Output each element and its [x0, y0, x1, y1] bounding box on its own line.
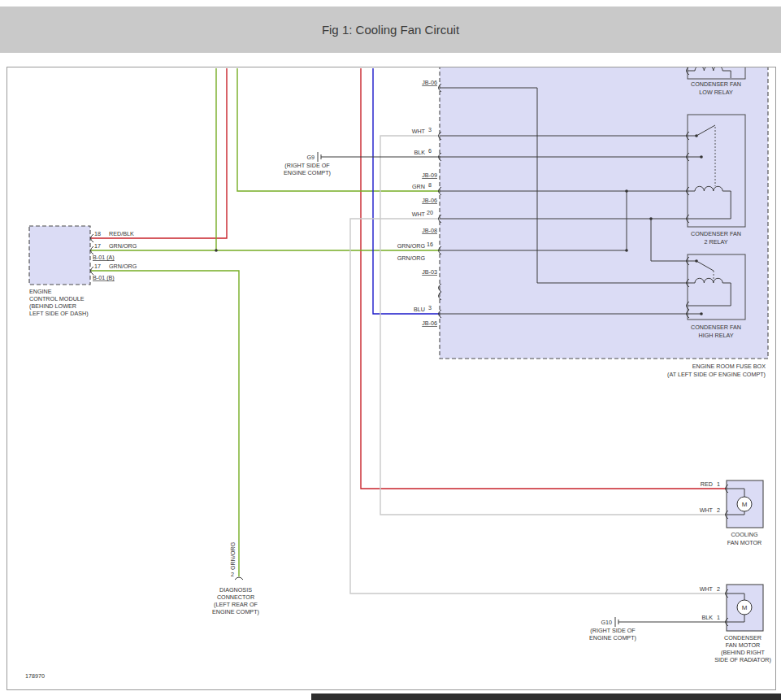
diagnosis-connector: GRN/ORG 2 DIAGNOSIS CONNECTOR (LEFT REAR… — [212, 541, 259, 615]
cooling-fan-motor: M RED 1 WHT 2 COOLING FAN MOTOR — [700, 480, 763, 546]
jb09-link[interactable]: JB-09 — [422, 172, 437, 179]
g10-loc-2: ENGINE COMPT) — [589, 634, 636, 641]
jb06-blu-link[interactable]: JB-06 — [422, 320, 437, 327]
diagnosis-label-1: DIAGNOSIS — [219, 586, 252, 593]
cooling-fan-pin2-num: 2 — [717, 507, 720, 514]
relay-low-label-2: LOW RELAY — [699, 89, 733, 96]
ground-g10: G10 (RIGHT SIDE OF ENGINE COMPT) — [589, 617, 636, 641]
relay-low-label-1: CONDENSER FAN — [691, 80, 741, 88]
grn8-color: GRN — [412, 183, 425, 190]
figure-header: Fig 1: Cooling Fan Circuit — [0, 7, 781, 53]
wht20-pin: 20 — [427, 209, 433, 216]
diagram-canvas: ENGINE ROOM FUSE BOX (AT LEFT SIDE OF EN… — [7, 67, 776, 690]
diagnosis-wire-color: GRN/ORG — [229, 541, 236, 570]
ecm-module: 18 RED/BLK 17 GRN/ORG B-01 (A) 17 GRN/OR… — [29, 226, 137, 317]
ecm-outline — [29, 226, 90, 285]
condenser-fan-motor: M WHT 2 BLK 1 CONDENSER FAN MOTOR (BEHIN… — [700, 585, 771, 663]
grnorg16-pin: 16 — [427, 241, 433, 248]
ecm-pin17a-color: GRN/ORG — [109, 242, 137, 250]
diagnosis-label-4: ENGINE COMPT) — [212, 608, 259, 615]
ground-g9: G9 (RIGHT SIDE OF ENGINE COMPT) — [284, 152, 331, 176]
wiring-diagram: ENGINE ROOM FUSE BOX (AT LEFT SIDE OF EN… — [7, 67, 775, 689]
relay-2-contact2-dot — [700, 155, 703, 159]
ecm-label-4: LEFT SIDE OF DASH) — [29, 310, 89, 317]
cooling-fan-pin2-color: WHT — [700, 507, 714, 514]
g9-loc-1: (RIGHT SIDE OF — [284, 162, 330, 169]
diagram-number: 178970 — [25, 672, 45, 680]
cooling-fan-pin1-color: RED — [701, 480, 713, 488]
condenser-fan-pin1-color: WHT — [700, 585, 714, 593]
grn8-pin: 8 — [428, 181, 432, 189]
blk6-pin: 6 — [428, 147, 432, 154]
ecm-connector-b01b-link[interactable]: B-01 (B) — [93, 274, 115, 281]
condenser-fan-pin2-color: BLK — [701, 614, 713, 621]
fuse-box-label-2: (AT LEFT SIDE OF ENGINE COMPT) — [667, 371, 766, 378]
jb08-link[interactable]: JB-08 — [422, 227, 437, 234]
wire-green-grn8 — [237, 68, 440, 191]
grnorg-wire-label: GRN/ORG — [397, 254, 426, 262]
fuse-box-label-1: ENGINE ROOM FUSE BOX — [692, 363, 766, 370]
cooling-fan-label-2: FAN MOTOR — [727, 539, 762, 546]
cooling-fan-label-1: COOLING — [731, 531, 758, 538]
wire-green-ecm-b-diagnosis — [90, 271, 239, 576]
wht20-color: WHT — [412, 211, 426, 218]
g10-ground-icon — [615, 617, 618, 627]
grnorg16-color: GRN/ORG — [397, 242, 426, 250]
condenser-fan-label-1: CONDENSER — [724, 634, 761, 641]
ecm-pin18-color: RED/BLK — [109, 230, 134, 237]
cooling-fan-motor-symbol: M — [742, 501, 748, 508]
ecm-label-1: ENGINE — [29, 288, 52, 295]
fuse-box-entry-labels: JB-06 WHT 3 BLK 6 JB-09 GRN 8 JB-06 WHT … — [397, 79, 437, 327]
relay-high-label-1: CONDENSER FAN — [691, 324, 741, 331]
ecm-pin17a-num: 17 — [94, 242, 101, 250]
bottom-window-edge — [311, 693, 781, 700]
relay-high-contact2-dot — [700, 312, 703, 315]
ecm-label-3: (BEHIND LOWER — [29, 302, 76, 310]
blu3-color: BLU — [414, 306, 425, 313]
g9-loc-2: ENGINE COMPT) — [284, 169, 331, 176]
g9-id: G9 — [306, 154, 315, 161]
diagnosis-label-3: (LEFT REAR OF — [214, 601, 258, 608]
ecm-connector-b01a-link[interactable]: B-01 (A) — [93, 254, 115, 261]
relay-2-label-1: CONDENSER FAN — [691, 230, 741, 237]
condenser-fan-motor-symbol: M — [742, 604, 748, 611]
ecm-pin17b-color: GRN/ORG — [109, 263, 137, 270]
condenser-fan-pin2-num: 1 — [717, 614, 720, 621]
wht3-color: WHT — [412, 128, 426, 135]
ecm-pin17b-num: 17 — [94, 263, 101, 270]
wire-green-ecm-a — [90, 68, 440, 252]
diagnosis-pin: 2 — [231, 571, 234, 578]
g9-ground-icon — [318, 152, 321, 162]
blk6-color: BLK — [414, 149, 425, 156]
jb06-grn-link[interactable]: JB-06 — [422, 197, 437, 204]
g10-id: G10 — [601, 619, 612, 626]
fuse-box-outline — [440, 67, 768, 359]
blu3-pin: 3 — [428, 304, 432, 311]
relay-2-label-2: 2 RELAY — [704, 238, 727, 246]
condenser-fan-label-2: FAN MOTOR — [726, 641, 761, 649]
condenser-fan-label-4: SIDE OF RADIATOR) — [714, 656, 771, 663]
jb06-top-link[interactable]: JB-06 — [422, 79, 437, 86]
jb03-link[interactable]: JB-03 — [422, 268, 437, 276]
wht3-pin: 3 — [428, 126, 432, 133]
diagnosis-label-2: CONNECTOR — [217, 593, 254, 601]
condenser-fan-pin1-num: 2 — [717, 585, 720, 593]
cooling-fan-pin1-num: 1 — [717, 480, 720, 488]
relay-high-label-2: HIGH RELAY — [698, 332, 733, 339]
condenser-fan-label-3: (BEHIND RIGHT — [721, 649, 766, 656]
ecm-pin18-num: 18 — [94, 230, 101, 237]
diagnosis-connector-chevron — [235, 577, 243, 580]
ecm-label-2: CONTROL MODULE — [29, 295, 85, 302]
wire-red-ecm — [90, 68, 227, 238]
g10-loc-1: (RIGHT SIDE OF — [590, 627, 636, 634]
figure-title: Fig 1: Cooling Fan Circuit — [322, 23, 459, 37]
